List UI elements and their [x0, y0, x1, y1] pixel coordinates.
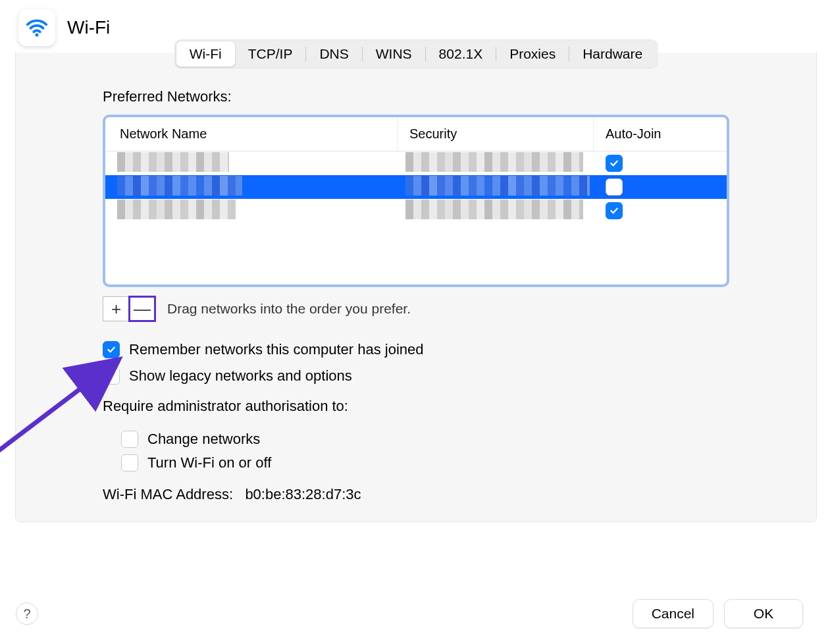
tab-dns[interactable]: DNS: [306, 41, 361, 67]
check-icon: [609, 158, 619, 169]
drag-hint: Drag networks into the order you prefer.: [167, 301, 411, 317]
tab-wifi[interactable]: Wi-Fi: [176, 41, 235, 67]
check-icon: [106, 344, 117, 355]
tab-8021x[interactable]: 802.1X: [426, 41, 496, 67]
page-title: Wi-Fi: [67, 17, 110, 38]
show-legacy-checkbox[interactable]: [103, 367, 120, 385]
column-header-security[interactable]: Security: [398, 117, 594, 151]
change-networks-label: Change networks: [147, 431, 260, 448]
table-row[interactable]: [105, 151, 727, 175]
settings-tabs: Wi-Fi TCP/IP DNS WINS 802.1X Proxies Har…: [174, 40, 658, 68]
network-security-redacted: [405, 176, 590, 196]
content-panel: Preferred Networks: Network Name Securit…: [15, 53, 817, 522]
column-header-name[interactable]: Network Name: [105, 117, 398, 151]
table-header: Network Name Security Auto-Join: [105, 117, 727, 151]
network-name-redacted: [117, 200, 236, 219]
autojoin-checkbox[interactable]: [606, 202, 623, 219]
toggle-wifi-checkbox[interactable]: [121, 454, 138, 471]
add-network-button[interactable]: +: [103, 296, 129, 321]
network-security-redacted: [405, 152, 583, 172]
network-name-redacted: [117, 176, 242, 196]
mac-address-label: Wi-Fi MAC Address:: [103, 486, 233, 502]
help-button[interactable]: ?: [16, 603, 38, 625]
tab-proxies[interactable]: Proxies: [496, 41, 569, 67]
column-header-autojoin[interactable]: Auto-Join: [594, 117, 727, 151]
autojoin-checkbox[interactable]: [606, 155, 623, 172]
toggle-wifi-label: Turn Wi-Fi on or off: [147, 454, 271, 471]
ok-button[interactable]: OK: [724, 599, 803, 628]
cancel-button[interactable]: Cancel: [633, 599, 714, 628]
network-security-redacted: [405, 200, 583, 219]
change-networks-checkbox[interactable]: [121, 431, 138, 448]
network-name-redacted: [117, 152, 229, 172]
remember-networks-checkbox[interactable]: [103, 341, 120, 358]
preferred-networks-label: Preferred Networks:: [103, 88, 729, 105]
remove-network-button[interactable]: —: [129, 296, 155, 321]
table-row[interactable]: [105, 199, 727, 223]
mac-address-value: b0:be:83:28:d7:3c: [245, 486, 361, 502]
svg-point-0: [35, 34, 38, 37]
table-row[interactable]: [105, 175, 727, 199]
check-icon: [609, 205, 619, 216]
autojoin-checkbox[interactable]: [606, 178, 623, 196]
tab-hardware[interactable]: Hardware: [569, 41, 656, 67]
require-admin-label: Require administrator authorisation to:: [103, 398, 729, 415]
tab-wins[interactable]: WINS: [363, 41, 425, 67]
preferred-networks-table[interactable]: Network Name Security Auto-Join: [103, 115, 729, 287]
remember-networks-label: Remember networks this computer has join…: [129, 341, 424, 358]
tab-tcpip[interactable]: TCP/IP: [235, 41, 306, 67]
show-legacy-label: Show legacy networks and options: [129, 367, 352, 385]
